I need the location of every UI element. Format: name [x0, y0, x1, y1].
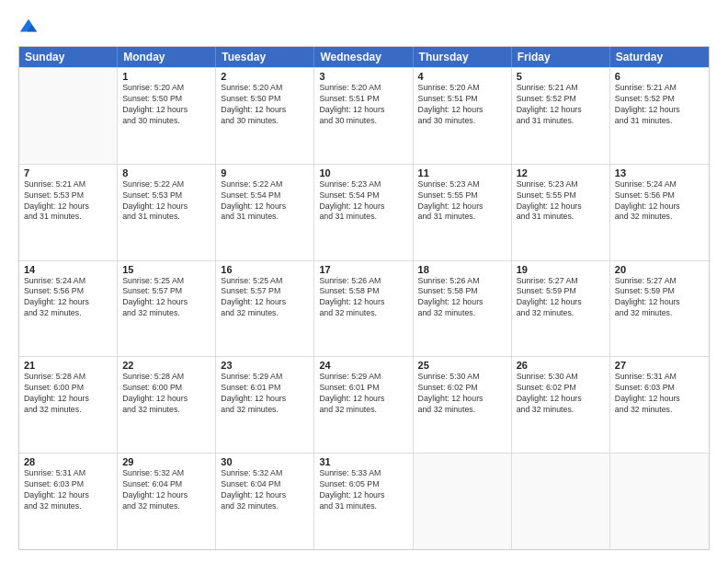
day-info: Sunrise: 5:21 AM Sunset: 5:52 PM Dayligh…	[615, 83, 704, 127]
calendar-cell-25: 25Sunrise: 5:30 AM Sunset: 6:02 PM Dayli…	[414, 357, 512, 453]
day-number: 7	[24, 167, 112, 178]
day-info: Sunrise: 5:29 AM Sunset: 6:01 PM Dayligh…	[319, 372, 407, 416]
day-number: 15	[122, 264, 210, 275]
day-info: Sunrise: 5:21 AM Sunset: 5:53 PM Dayligh…	[24, 179, 112, 224]
calendar-cell-3: 3Sunrise: 5:20 AM Sunset: 5:51 PM Daylig…	[314, 68, 413, 164]
calendar-body: 1Sunrise: 5:20 AM Sunset: 5:50 PM Daylig…	[19, 67, 709, 549]
calendar-cell-13: 13Sunrise: 5:24 AM Sunset: 5:56 PM Dayli…	[610, 165, 709, 260]
calendar-cell-18: 18Sunrise: 5:26 AM Sunset: 5:58 PM Dayli…	[414, 261, 512, 357]
day-number: 8	[122, 167, 210, 178]
day-number: 17	[319, 264, 407, 275]
day-number: 20	[615, 264, 704, 275]
calendar-cell-31: 31Sunrise: 5:33 AM Sunset: 6:05 PM Dayli…	[314, 454, 413, 549]
day-info: Sunrise: 5:24 AM Sunset: 5:56 PM Dayligh…	[24, 276, 112, 320]
calendar-cell-10: 10Sunrise: 5:23 AM Sunset: 5:54 PM Dayli…	[314, 165, 413, 260]
calendar-row-4: 28Sunrise: 5:31 AM Sunset: 6:03 PM Dayli…	[19, 453, 709, 549]
calendar-cell-empty-0-0	[19, 68, 118, 164]
calendar-cell-11: 11Sunrise: 5:23 AM Sunset: 5:55 PM Dayli…	[414, 165, 512, 260]
header-day-wednesday: Wednesday	[314, 47, 413, 67]
calendar-cell-2: 2Sunrise: 5:20 AM Sunset: 5:50 PM Daylig…	[216, 68, 314, 164]
day-number: 23	[221, 360, 309, 371]
calendar-cell-16: 16Sunrise: 5:25 AM Sunset: 5:57 PM Dayli…	[216, 261, 314, 357]
day-number: 29	[122, 456, 210, 467]
calendar-cell-8: 8Sunrise: 5:22 AM Sunset: 5:53 PM Daylig…	[118, 165, 216, 260]
day-info: Sunrise: 5:26 AM Sunset: 5:58 PM Dayligh…	[319, 276, 407, 320]
calendar-row-2: 14Sunrise: 5:24 AM Sunset: 5:56 PM Dayli…	[19, 260, 709, 357]
day-info: Sunrise: 5:24 AM Sunset: 5:56 PM Dayligh…	[615, 179, 704, 224]
calendar-cell-empty-4-5	[512, 454, 610, 549]
calendar-cell-15: 15Sunrise: 5:25 AM Sunset: 5:57 PM Dayli…	[118, 261, 216, 357]
day-number: 10	[319, 167, 407, 178]
header-day-monday: Monday	[118, 47, 216, 67]
calendar-cell-5: 5Sunrise: 5:21 AM Sunset: 5:52 PM Daylig…	[512, 68, 610, 164]
header-day-saturday: Saturday	[610, 47, 709, 67]
calendar-cell-17: 17Sunrise: 5:26 AM Sunset: 5:58 PM Dayli…	[314, 261, 413, 357]
day-number: 1	[122, 71, 210, 82]
calendar-cell-20: 20Sunrise: 5:27 AM Sunset: 5:59 PM Dayli…	[610, 261, 709, 357]
calendar-row-3: 21Sunrise: 5:28 AM Sunset: 6:00 PM Dayli…	[19, 356, 709, 453]
day-info: Sunrise: 5:28 AM Sunset: 6:00 PM Dayligh…	[24, 372, 112, 416]
day-number: 24	[319, 360, 407, 371]
day-info: Sunrise: 5:20 AM Sunset: 5:51 PM Dayligh…	[319, 83, 407, 127]
day-number: 28	[24, 456, 112, 467]
calendar-cell-14: 14Sunrise: 5:24 AM Sunset: 5:56 PM Dayli…	[19, 261, 118, 357]
day-info: Sunrise: 5:22 AM Sunset: 5:53 PM Dayligh…	[122, 179, 210, 224]
calendar-cell-19: 19Sunrise: 5:27 AM Sunset: 5:59 PM Dayli…	[512, 261, 610, 357]
day-info: Sunrise: 5:22 AM Sunset: 5:54 PM Dayligh…	[221, 179, 309, 224]
day-info: Sunrise: 5:23 AM Sunset: 5:54 PM Dayligh…	[319, 179, 407, 224]
calendar-cell-7: 7Sunrise: 5:21 AM Sunset: 5:53 PM Daylig…	[19, 165, 118, 260]
logo-icon	[18, 17, 39, 37]
day-info: Sunrise: 5:23 AM Sunset: 5:55 PM Dayligh…	[418, 179, 506, 224]
day-number: 22	[122, 360, 210, 371]
calendar-header: SundayMondayTuesdayWednesdayThursdayFrid…	[19, 47, 709, 67]
calendar-row-1: 7Sunrise: 5:21 AM Sunset: 5:53 PM Daylig…	[19, 164, 709, 260]
day-number: 4	[418, 71, 506, 82]
day-info: Sunrise: 5:20 AM Sunset: 5:51 PM Dayligh…	[418, 83, 506, 127]
day-number: 2	[221, 71, 309, 82]
calendar: SundayMondayTuesdayWednesdayThursdayFrid…	[18, 46, 710, 550]
calendar-cell-21: 21Sunrise: 5:28 AM Sunset: 6:00 PM Dayli…	[19, 357, 118, 453]
day-info: Sunrise: 5:26 AM Sunset: 5:58 PM Dayligh…	[418, 276, 506, 320]
day-info: Sunrise: 5:23 AM Sunset: 5:55 PM Dayligh…	[517, 179, 605, 224]
header-day-tuesday: Tuesday	[216, 47, 314, 67]
day-number: 16	[221, 264, 309, 275]
calendar-cell-empty-4-4	[414, 454, 512, 549]
calendar-cell-29: 29Sunrise: 5:32 AM Sunset: 6:04 PM Dayli…	[118, 454, 216, 549]
calendar-cell-12: 12Sunrise: 5:23 AM Sunset: 5:55 PM Dayli…	[512, 165, 610, 260]
calendar-cell-28: 28Sunrise: 5:31 AM Sunset: 6:03 PM Dayli…	[19, 454, 118, 549]
day-info: Sunrise: 5:29 AM Sunset: 6:01 PM Dayligh…	[221, 372, 309, 416]
day-info: Sunrise: 5:20 AM Sunset: 5:50 PM Dayligh…	[221, 83, 309, 127]
logo	[18, 17, 40, 37]
calendar-cell-24: 24Sunrise: 5:29 AM Sunset: 6:01 PM Dayli…	[314, 357, 413, 453]
calendar-cell-22: 22Sunrise: 5:28 AM Sunset: 6:00 PM Dayli…	[118, 357, 216, 453]
day-number: 14	[24, 264, 112, 275]
day-number: 19	[517, 264, 605, 275]
day-number: 27	[615, 360, 704, 371]
header-day-thursday: Thursday	[414, 47, 512, 67]
day-number: 30	[221, 456, 309, 467]
day-number: 31	[319, 456, 407, 467]
day-info: Sunrise: 5:25 AM Sunset: 5:57 PM Dayligh…	[122, 276, 210, 320]
day-info: Sunrise: 5:31 AM Sunset: 6:03 PM Dayligh…	[615, 372, 704, 416]
day-info: Sunrise: 5:30 AM Sunset: 6:02 PM Dayligh…	[517, 372, 605, 416]
day-info: Sunrise: 5:21 AM Sunset: 5:52 PM Dayligh…	[517, 83, 605, 127]
calendar-cell-30: 30Sunrise: 5:32 AM Sunset: 6:04 PM Dayli…	[216, 454, 314, 549]
calendar-row-0: 1Sunrise: 5:20 AM Sunset: 5:50 PM Daylig…	[19, 67, 709, 164]
day-number: 9	[221, 167, 309, 178]
day-number: 12	[517, 167, 605, 178]
calendar-cell-6: 6Sunrise: 5:21 AM Sunset: 5:52 PM Daylig…	[610, 68, 709, 164]
calendar-cell-26: 26Sunrise: 5:30 AM Sunset: 6:02 PM Dayli…	[512, 357, 610, 453]
day-number: 18	[418, 264, 506, 275]
header-day-sunday: Sunday	[19, 47, 118, 67]
header-day-friday: Friday	[512, 47, 610, 67]
day-info: Sunrise: 5:30 AM Sunset: 6:02 PM Dayligh…	[418, 372, 506, 416]
day-number: 26	[517, 360, 605, 371]
day-info: Sunrise: 5:28 AM Sunset: 6:00 PM Dayligh…	[122, 372, 210, 416]
day-info: Sunrise: 5:27 AM Sunset: 5:59 PM Dayligh…	[517, 276, 605, 320]
calendar-cell-empty-4-6	[610, 454, 709, 549]
calendar-cell-9: 9Sunrise: 5:22 AM Sunset: 5:54 PM Daylig…	[216, 165, 314, 260]
day-number: 6	[615, 71, 704, 82]
day-number: 13	[615, 167, 704, 178]
day-number: 3	[319, 71, 407, 82]
day-info: Sunrise: 5:33 AM Sunset: 6:05 PM Dayligh…	[319, 468, 407, 512]
